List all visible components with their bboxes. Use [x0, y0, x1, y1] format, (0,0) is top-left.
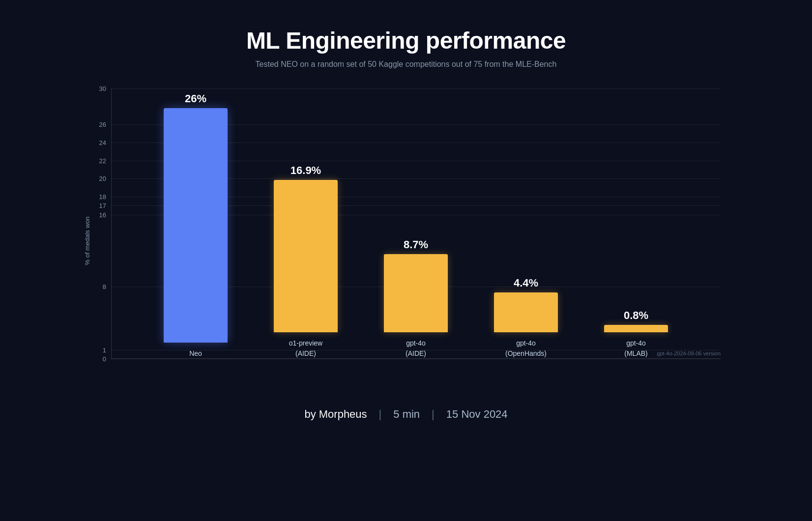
chart-container: % of medals won 3026242220181716810 26%N…: [82, 84, 730, 398]
bar-x-label: gpt-4o(OpenHands): [505, 338, 547, 359]
footer-date: 15 Nov 2024: [446, 408, 508, 421]
y-tick-label: 24: [99, 139, 106, 146]
footer-sep-1: |: [379, 408, 382, 421]
bar-item: 26%Neo: [151, 92, 240, 359]
bars-group: 26%Neo16.9%o1-preview(AIDE)8.7%gpt-4o(AI…: [111, 88, 721, 359]
grid-line: [111, 359, 721, 359]
y-tick-label: 17: [99, 202, 106, 209]
y-tick-label: 20: [99, 175, 106, 182]
chart-area: 3026242220181716810 26%Neo16.9%o1-previe…: [111, 88, 721, 359]
bar: [384, 254, 448, 333]
bar-value-label: 4.4%: [514, 277, 538, 289]
bar-item: 4.4%gpt-4o(OpenHands): [482, 277, 570, 359]
y-tick-label: 16: [99, 211, 106, 218]
bar-x-label: o1-preview(AIDE): [289, 338, 322, 359]
bar: [604, 325, 668, 332]
bar: [164, 108, 228, 343]
y-tick-label: 0: [103, 355, 106, 363]
bar-value-label: 26%: [185, 92, 206, 105]
bar-x-label: gpt-4o(MLAB): [624, 338, 647, 359]
bar-value-label: 0.8%: [624, 309, 648, 322]
y-tick-label: 22: [99, 157, 106, 164]
bar: [494, 292, 558, 332]
y-tick-label: 1: [103, 346, 106, 353]
y-tick-label: 30: [99, 85, 106, 92]
bar: [274, 180, 338, 332]
footer-time: 5 min: [393, 408, 420, 421]
footer: by Morpheus | 5 min | 15 Nov 2024: [304, 408, 507, 421]
bar-value-label: 16.9%: [290, 164, 321, 177]
bar-x-label: Neo: [189, 348, 202, 359]
footer-sep-2: |: [432, 408, 435, 421]
bar-x-label: gpt-4o(AIDE): [406, 338, 426, 359]
page-title: ML Engineering performance: [246, 27, 566, 54]
y-tick-label: 8: [103, 283, 106, 290]
bar-item: 8.7%gpt-4o(AIDE): [372, 238, 460, 359]
y-tick-label: 18: [99, 193, 106, 201]
footer-author: by Morpheus: [304, 408, 367, 421]
y-tick-label: 26: [99, 121, 106, 128]
bar-value-label: 8.7%: [404, 238, 428, 251]
page-subtitle: Tested NEO on a random set of 50 Kaggle …: [256, 60, 557, 69]
bar-item: 16.9%o1-preview(AIDE): [261, 164, 350, 359]
y-axis-label: % of medals won: [84, 217, 91, 265]
version-note: gpt-4o-2024-08-06 version: [657, 350, 721, 356]
